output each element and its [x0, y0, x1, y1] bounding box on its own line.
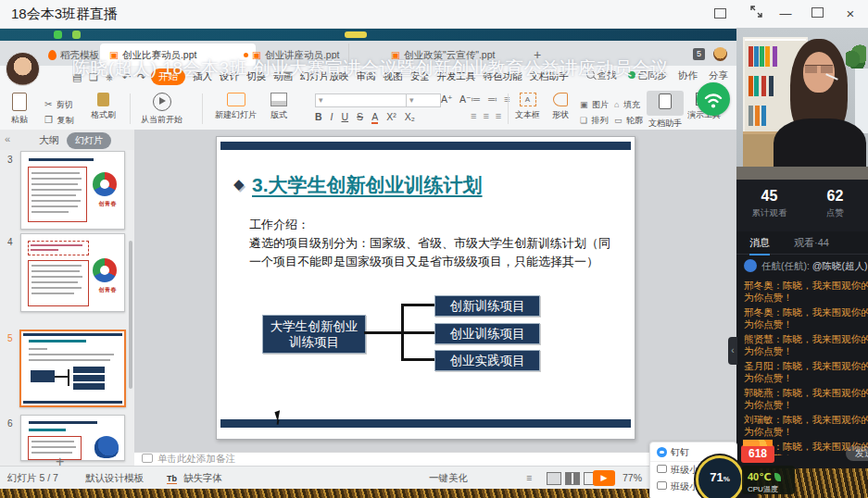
panel-toggle-icon[interactable]: [714, 8, 726, 19]
superscript-button[interactable]: X²: [386, 111, 396, 124]
sorter-view-icon[interactable]: [565, 472, 580, 485]
diagram-child-box-2[interactable]: 创业训练项目: [434, 323, 540, 344]
font-family-select[interactable]: ▾: [315, 93, 408, 107]
cyq-logo: [93, 172, 117, 196]
user-avatar[interactable]: [6, 52, 40, 86]
slide-thumbnail-5-selected[interactable]: [19, 330, 126, 407]
template-name[interactable]: 默认设计模板: [85, 472, 144, 485]
font-size-select[interactable]: ▾: [406, 93, 441, 107]
menu-design[interactable]: 设计: [220, 70, 239, 83]
slide-body-line1[interactable]: 遴选的项目级别分为：国家级、省级、市级大学生创新训练计划（同: [249, 235, 610, 252]
find-button[interactable]: 查找: [586, 69, 617, 82]
copy-button[interactable]: ❐ 复制: [44, 110, 73, 127]
slide-thumbnail-6[interactable]: [20, 415, 125, 461]
menu-security[interactable]: 安全: [410, 70, 430, 83]
sidebar-collapse-handle[interactable]: ‹: [728, 337, 737, 365]
font-color-button[interactable]: A: [371, 111, 378, 124]
sync-status[interactable]: 已同步: [628, 69, 668, 82]
menu-features[interactable]: 特色功能: [484, 70, 522, 83]
align-left-icon[interactable]: ≡: [471, 110, 476, 121]
save-icon[interactable]: ❏: [89, 71, 98, 83]
textbox-button[interactable]: A 文本框: [515, 93, 540, 121]
bullet-list-icon[interactable]: ≔: [471, 93, 481, 106]
new-tab-button[interactable]: +: [524, 44, 550, 66]
menu-review[interactable]: 审阅: [357, 70, 376, 83]
editor-canvas[interactable]: ◆ 3.大学生创新创业训练计划 工作介绍： 遴选的项目级别分为：国家级、省级、市…: [134, 130, 741, 452]
live-wifi-icon[interactable]: [697, 82, 730, 116]
subscript-button[interactable]: X₂: [405, 111, 415, 124]
diagram-root-box[interactable]: 大学生创新创业 训练项目: [262, 315, 366, 354]
add-slide-button[interactable]: +: [56, 454, 64, 466]
tab-doc-2[interactable]: ▣创业讲座动员.ppt: [243, 44, 349, 66]
tab-doc-active[interactable]: ▣创业比赛动员.ppt: [100, 44, 256, 66]
chat-list[interactable]: 任航(任航): @陈晓(超人) 好的 邢冬奥：陈晓，我来围观你的直播啦，为你点赞…: [744, 259, 868, 455]
panel-scrollbar[interactable]: [129, 241, 132, 389]
beautify-button[interactable]: 一键美化: [429, 472, 468, 485]
play-from-current-button[interactable]: 从当前开始: [141, 93, 182, 126]
tab-docer[interactable]: 稻壳模板: [39, 44, 109, 66]
outline-tab[interactable]: 大纲: [39, 133, 59, 147]
tab-doc-3[interactable]: ▣创业政策"云宣传".ppt: [382, 44, 504, 66]
paste-button[interactable]: 粘贴: [11, 93, 28, 126]
arrange-button[interactable]: ❏ 排列: [580, 110, 609, 127]
layout-button[interactable]: 版式: [270, 93, 287, 121]
shapes-button[interactable]: 形状: [552, 93, 569, 121]
cut-button[interactable]: ✂ 剪切: [44, 94, 73, 111]
new-slide-button[interactable]: 新建幻灯片: [215, 93, 257, 121]
print-icon[interactable]: ⎈: [106, 71, 114, 83]
performance-gauge[interactable]: 71%: [696, 455, 744, 498]
italic-button[interactable]: I: [331, 111, 333, 124]
outline-button[interactable]: ▭ 轮廓: [614, 110, 643, 127]
slide-intro-label[interactable]: 工作介绍：: [249, 217, 309, 233]
menu-slideshow[interactable]: 幻灯片放映: [300, 70, 349, 83]
minimize-button[interactable]: —: [775, 5, 796, 23]
close-button[interactable]: ×: [840, 5, 861, 23]
diagram-child-box-1[interactable]: 创新训练项目: [434, 295, 540, 317]
underline-button[interactable]: U: [342, 111, 349, 124]
expand-icon[interactable]: [746, 5, 766, 23]
maximize-button[interactable]: [807, 5, 827, 23]
collapse-panel-icon[interactable]: «: [5, 133, 10, 144]
tab-viewers[interactable]: 观看·44: [794, 236, 829, 250]
slideshow-play-button[interactable]: ▶: [593, 470, 615, 486]
bold-button[interactable]: B: [315, 111, 322, 124]
missing-font-warning[interactable]: 缺失字体: [183, 472, 222, 485]
slide-title[interactable]: 3.大学生创新创业训练计划: [252, 172, 483, 198]
slide-canvas[interactable]: ◆ 3.大学生创新创业训练计划 工作介绍： 遴选的项目级别分为：国家级、省级、市…: [216, 136, 635, 440]
menu-home[interactable]: 开始: [151, 68, 185, 85]
fill-button[interactable]: ⌂ 填充: [614, 94, 640, 111]
menu-animation[interactable]: 动画: [273, 70, 293, 83]
format-painter-button[interactable]: 格式刷: [91, 93, 116, 121]
menu-insert[interactable]: 插入: [193, 70, 212, 83]
normal-view-icon[interactable]: [547, 472, 561, 485]
align-center-icon[interactable]: ≡: [483, 110, 488, 121]
tab-count-badge[interactable]: 5: [693, 48, 705, 60]
notes-toggle-icon[interactable]: ≡: [526, 472, 532, 483]
collaborate-button[interactable]: 协作: [678, 69, 698, 82]
promo-badge-618[interactable]: 618: [741, 445, 774, 463]
font-grow-icon[interactable]: A⁺: [441, 93, 453, 105]
doc-assistant-button[interactable]: [647, 91, 684, 116]
account-avatar[interactable]: [713, 47, 727, 61]
slide-thumbnail-3[interactable]: 创青春: [20, 151, 125, 230]
font-shrink-icon[interactable]: A⁻: [459, 93, 472, 105]
menu-devtools[interactable]: 开发工具: [437, 70, 476, 83]
picture-button[interactable]: ▣ 图片: [580, 94, 609, 111]
redo-icon[interactable]: ↷: [137, 71, 145, 83]
align-right-icon[interactable]: ≡: [496, 110, 501, 121]
menu-transition[interactable]: 切换: [246, 70, 266, 83]
strikethrough-button[interactable]: S: [357, 111, 363, 124]
slide-thumbnail-4[interactable]: 创青春: [20, 233, 125, 312]
tab-messages[interactable]: 消息: [749, 236, 770, 255]
number-list-icon[interactable]: ≕: [487, 93, 497, 106]
slides-tab[interactable]: 幻灯片: [67, 132, 111, 149]
menu-assistant[interactable]: 文档助手: [530, 70, 569, 83]
share-button[interactable]: 分享: [709, 69, 728, 82]
undo-icon[interactable]: ↶: [122, 71, 131, 83]
menu-view[interactable]: 视图: [384, 70, 403, 83]
send-button[interactable]: 发送: [846, 446, 868, 461]
slide-body-line2[interactable]: 一个项目不能即是国家级项目又是省市级级项目，只能选择其一）: [249, 254, 598, 270]
zoom-level[interactable]: 77%: [623, 472, 642, 483]
diagram-child-box-3[interactable]: 创业实践项目: [434, 350, 540, 371]
file-menu-icon[interactable]: ▤: [72, 71, 82, 83]
